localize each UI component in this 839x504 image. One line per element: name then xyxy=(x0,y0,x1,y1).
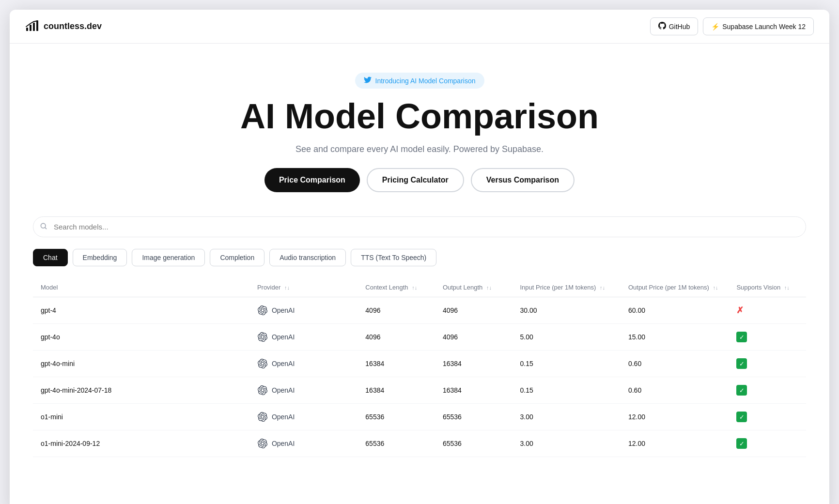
vision-check: ✓ xyxy=(736,438,747,449)
cell-context-length: 4096 xyxy=(357,324,435,351)
main-content: Chat Embedding Image generation Completi… xyxy=(10,212,829,504)
app-window: countless.dev GitHub ⚡ Supabase Launch W… xyxy=(10,10,829,504)
tab-chat[interactable]: Chat xyxy=(33,249,68,266)
svg-rect-3 xyxy=(36,20,38,31)
cell-output-price: 12.00 xyxy=(621,404,729,430)
cell-output-price: 12.00 xyxy=(621,430,729,457)
provider-name: OpenAI xyxy=(272,306,295,314)
table-body: gpt-4 OpenAI 4096 4096 30.00 60.00 ✗ gpt… xyxy=(33,297,806,457)
tab-completion[interactable]: Completion xyxy=(210,249,264,266)
context-sort-icon: ↑↓ xyxy=(412,285,417,290)
search-input[interactable] xyxy=(33,216,806,237)
hero-section: Introducing AI Model Comparison AI Model… xyxy=(10,44,829,212)
logo-icon xyxy=(25,20,39,33)
bolt-icon: ⚡ xyxy=(711,23,719,31)
cell-context-length: 65536 xyxy=(357,430,435,457)
col-header-model: Model xyxy=(33,278,249,297)
svg-rect-2 xyxy=(33,23,35,31)
cell-provider: OpenAI xyxy=(249,324,357,351)
col-header-provider[interactable]: Provider ↑↓ xyxy=(249,278,357,297)
cell-input-price: 3.00 xyxy=(513,430,621,457)
svg-rect-1 xyxy=(30,25,31,31)
models-table: Model Provider ↑↓ Context Length ↑↓ Outp… xyxy=(33,278,806,457)
cell-output-price: 60.00 xyxy=(621,297,729,324)
openai-icon xyxy=(257,332,268,342)
col-header-output-length[interactable]: Output Length ↑↓ xyxy=(435,278,513,297)
col-header-input-price[interactable]: Input Price (per 1M tokens) ↑↓ xyxy=(513,278,621,297)
cell-output-length: 4096 xyxy=(435,297,513,324)
cell-model: gpt-4o-mini xyxy=(33,351,249,377)
vision-check: ✓ xyxy=(736,332,747,342)
openai-icon xyxy=(257,385,268,396)
col-header-supports-vision[interactable]: Supports Vision ↑↓ xyxy=(729,278,806,297)
cell-provider: OpenAI xyxy=(249,404,357,430)
table-row[interactable]: o1-mini OpenAI 65536 65536 3.00 12.00 ✓ xyxy=(33,404,806,430)
cell-model: gpt-4o xyxy=(33,324,249,351)
hero-title: AI Model Comparison xyxy=(240,97,599,136)
cell-output-length: 16384 xyxy=(435,351,513,377)
announcement-badge[interactable]: Introducing AI Model Comparison xyxy=(355,73,484,89)
cell-provider: OpenAI xyxy=(249,377,357,404)
filter-tabs: Chat Embedding Image generation Completi… xyxy=(33,249,806,266)
versus-comparison-button[interactable]: Versus Comparison xyxy=(471,168,575,192)
table-row[interactable]: gpt-4o-mini OpenAI 16384 16384 0.15 0.60… xyxy=(33,351,806,377)
pricing-calculator-button[interactable]: Pricing Calculator xyxy=(367,168,464,192)
openai-icon xyxy=(257,412,268,422)
output-length-sort-icon: ↑↓ xyxy=(486,285,492,290)
github-button-label: GitHub xyxy=(669,23,690,31)
tab-tts[interactable]: TTS (Text To Speech) xyxy=(351,249,436,266)
col-header-output-price[interactable]: Output Price (per 1M tokens) ↑↓ xyxy=(621,278,729,297)
openai-icon xyxy=(257,305,268,316)
badge-text: Introducing AI Model Comparison xyxy=(375,77,476,85)
hero-buttons: Price Comparison Pricing Calculator Vers… xyxy=(264,168,575,192)
table-row[interactable]: gpt-4 OpenAI 4096 4096 30.00 60.00 ✗ xyxy=(33,297,806,324)
twitter-icon xyxy=(364,76,372,85)
supabase-button[interactable]: ⚡ Supabase Launch Week 12 xyxy=(703,17,814,35)
table-row[interactable]: gpt-4o-mini-2024-07-18 OpenAI 16384 1638… xyxy=(33,377,806,404)
tab-image-generation[interactable]: Image generation xyxy=(132,249,205,266)
cell-model: o1-mini-2024-09-12 xyxy=(33,430,249,457)
cell-output-length: 65536 xyxy=(435,404,513,430)
input-price-sort-icon: ↑↓ xyxy=(600,285,605,290)
col-header-context-length[interactable]: Context Length ↑↓ xyxy=(357,278,435,297)
table-row[interactable]: gpt-4o OpenAI 4096 4096 5.00 15.00 ✓ xyxy=(33,324,806,351)
cell-supports-vision: ✓ xyxy=(729,351,806,377)
cell-output-price: 15.00 xyxy=(621,324,729,351)
cell-model: gpt-4o-mini-2024-07-18 xyxy=(33,377,249,404)
logo-text: countless.dev xyxy=(44,21,102,31)
header-buttons: GitHub ⚡ Supabase Launch Week 12 xyxy=(650,17,814,35)
vision-cross: ✗ xyxy=(736,305,744,315)
header: countless.dev GitHub ⚡ Supabase Launch W… xyxy=(10,10,829,44)
cell-input-price: 0.15 xyxy=(513,377,621,404)
search-container xyxy=(33,216,806,237)
provider-name: OpenAI xyxy=(272,360,295,367)
cell-provider: OpenAI xyxy=(249,297,357,324)
provider-name: OpenAI xyxy=(272,440,295,447)
cell-supports-vision: ✗ xyxy=(729,297,806,324)
cell-provider: OpenAI xyxy=(249,430,357,457)
cell-supports-vision: ✓ xyxy=(729,404,806,430)
cell-output-length: 16384 xyxy=(435,377,513,404)
price-comparison-button[interactable]: Price Comparison xyxy=(264,168,360,192)
cell-output-price: 0.60 xyxy=(621,377,729,404)
cell-context-length: 16384 xyxy=(357,351,435,377)
search-icon xyxy=(40,222,47,232)
search-input-wrapper xyxy=(33,216,806,237)
cell-context-length: 16384 xyxy=(357,377,435,404)
table-header: Model Provider ↑↓ Context Length ↑↓ Outp… xyxy=(33,278,806,297)
cell-supports-vision: ✓ xyxy=(729,377,806,404)
tab-embedding[interactable]: Embedding xyxy=(73,249,127,266)
table-row[interactable]: o1-mini-2024-09-12 OpenAI 65536 65536 3.… xyxy=(33,430,806,457)
tab-audio-transcription[interactable]: Audio transcription xyxy=(269,249,346,266)
github-button[interactable]: GitHub xyxy=(650,17,699,35)
cell-supports-vision: ✓ xyxy=(729,430,806,457)
hero-subtitle: See and compare every AI model easily. P… xyxy=(295,144,544,154)
openai-icon xyxy=(257,438,268,449)
provider-sort-icon: ↑↓ xyxy=(284,285,290,290)
cell-input-price: 5.00 xyxy=(513,324,621,351)
vision-check: ✓ xyxy=(736,385,747,396)
github-icon xyxy=(658,22,666,31)
cell-supports-vision: ✓ xyxy=(729,324,806,351)
openai-icon xyxy=(257,358,268,369)
table-wrapper: Model Provider ↑↓ Context Length ↑↓ Outp… xyxy=(33,278,806,457)
